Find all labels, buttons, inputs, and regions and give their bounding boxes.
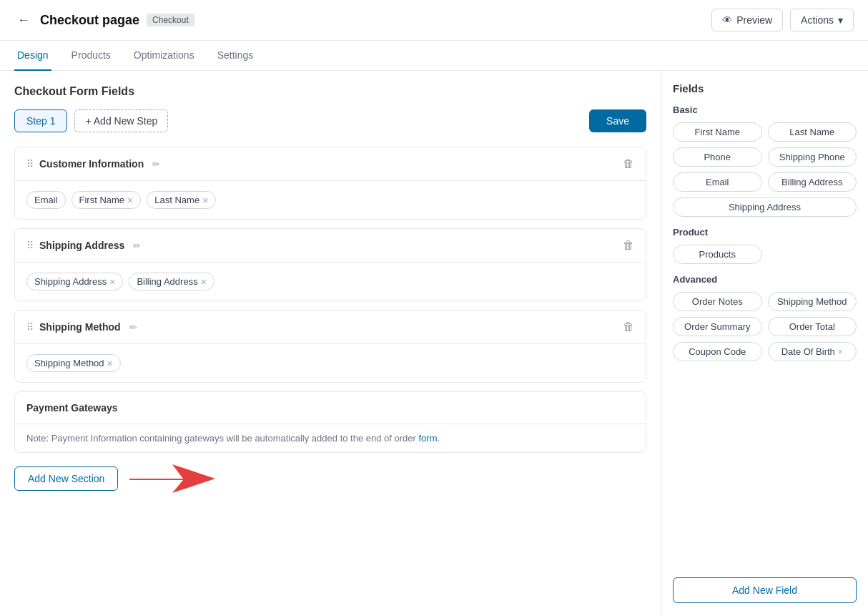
field-label: Shipping Address xyxy=(34,276,107,287)
field-tags: Shipping Method × xyxy=(26,354,634,372)
actions-button[interactable]: Actions ▾ xyxy=(790,9,854,31)
panel-title: Fields xyxy=(673,82,857,94)
shipping-method-header: ⠿ Shipping Method ✏ 🗑 xyxy=(15,311,646,344)
section-header-left: ⠿ Shipping Address ✏ xyxy=(26,240,141,251)
payment-link[interactable]: form. xyxy=(418,433,440,444)
shipping-address-body: Shipping Address × Billing Address × xyxy=(15,263,646,300)
payment-header: Payment Gateways xyxy=(15,392,646,424)
add-section-wrapper: Add New Section xyxy=(14,464,646,493)
field-chip-billingaddress[interactable]: Billing Address xyxy=(768,172,857,192)
remove-icon[interactable]: × xyxy=(109,277,115,287)
shipping-address-header: ⠿ Shipping Address ✏ 🗑 xyxy=(15,229,646,263)
chip-remove-icon[interactable]: × xyxy=(838,347,843,357)
tab-settings[interactable]: Settings xyxy=(214,41,257,71)
header: ← Checkout pagae Checkout 👁 Preview Acti… xyxy=(0,0,868,41)
field-label: Email xyxy=(34,195,58,205)
delete-icon[interactable]: 🗑 xyxy=(623,157,634,170)
payment-gateways-section: Payment Gateways Note: Payment Informati… xyxy=(14,391,646,453)
field-tags: Shipping Address × Billing Address × xyxy=(26,273,634,290)
field-chip-email[interactable]: Email xyxy=(673,172,762,192)
shipping-address-section: ⠿ Shipping Address ✏ 🗑 Shipping Address … xyxy=(14,228,646,301)
step-bar-left: Step 1 + Add New Step xyxy=(14,109,168,132)
tab-products[interactable]: Products xyxy=(69,41,114,71)
left-content: Checkout Form Fields Step 1 + Add New St… xyxy=(0,71,661,615)
section-header-left: ⠿ Shipping Method ✏ xyxy=(26,321,137,333)
product-group: Product Products xyxy=(673,227,857,264)
group-label-basic: Basic xyxy=(673,104,857,115)
step-bar: Step 1 + Add New Step Save xyxy=(14,109,646,132)
svg-marker-0 xyxy=(129,464,215,493)
page-badge: Checkout xyxy=(147,14,194,26)
customer-information-section: ⠿ Customer Information ✏ 🗑 Email First N… xyxy=(14,147,646,220)
arrow-indicator xyxy=(129,464,215,493)
tab-design[interactable]: Design xyxy=(14,41,51,71)
remove-icon[interactable]: × xyxy=(201,277,207,287)
remove-icon[interactable]: × xyxy=(107,358,113,368)
field-chip-ordersummary[interactable]: Order Summary xyxy=(673,317,762,336)
field-chip-firstname[interactable]: First Name xyxy=(673,122,762,142)
field-label: Shipping Method xyxy=(34,358,104,368)
step1-button[interactable]: Step 1 xyxy=(14,109,67,132)
customer-information-body: Email First Name × Last Name × xyxy=(15,181,646,219)
chip-label: Date Of Birth xyxy=(781,346,835,357)
payment-note: Note: Payment Information containing gat… xyxy=(15,424,646,452)
field-chip-dateofbirth[interactable]: Date Of Birth × xyxy=(768,342,857,361)
field-chip-shippingaddress[interactable]: Shipping Address xyxy=(673,197,857,217)
product-fields-grid: Products xyxy=(673,245,857,264)
add-field-button[interactable]: Add New Field xyxy=(673,577,857,603)
field-chip-shippingphone[interactable]: Shipping Phone xyxy=(768,147,857,167)
shipping-method-body: Shipping Method × xyxy=(15,344,646,382)
field-chip-lastname[interactable]: Last Name xyxy=(768,122,857,142)
customer-information-header: ⠿ Customer Information ✏ 🗑 xyxy=(15,147,646,181)
list-item: Billing Address × xyxy=(129,273,214,290)
basic-group: Basic First Name Last Name Phone Shippin… xyxy=(673,104,857,217)
field-chip-shippingmethod[interactable]: Shipping Method xyxy=(768,292,857,311)
delete-icon[interactable]: 🗑 xyxy=(623,321,634,333)
drag-icon: ⠿ xyxy=(26,158,34,170)
tab-optimizations[interactable]: Optimizations xyxy=(131,41,197,71)
add-section-button[interactable]: Add New Section xyxy=(14,466,118,491)
edit-icon[interactable]: ✏ xyxy=(129,322,137,333)
field-chip-phone[interactable]: Phone xyxy=(673,147,762,167)
group-label-product: Product xyxy=(673,227,857,238)
chevron-down-icon: ▾ xyxy=(838,14,843,26)
list-item: Email xyxy=(26,191,66,209)
section-name: Customer Information xyxy=(39,158,144,170)
list-item: Shipping Address × xyxy=(26,273,123,290)
list-item: Shipping Method × xyxy=(26,354,121,372)
form-title: Checkout Form Fields xyxy=(14,85,646,98)
edit-icon[interactable]: ✏ xyxy=(133,240,141,251)
field-tags: Email First Name × Last Name × xyxy=(26,191,634,209)
eye-icon: 👁 xyxy=(722,14,732,26)
save-button[interactable]: Save xyxy=(589,109,646,132)
field-label: First Name xyxy=(79,195,125,205)
drag-icon: ⠿ xyxy=(26,240,34,251)
section-name: Shipping Method xyxy=(39,321,121,333)
remove-icon[interactable]: × xyxy=(202,195,208,205)
main-layout: Checkout Form Fields Step 1 + Add New St… xyxy=(0,71,868,615)
advanced-group: Advanced Order Notes Shipping Method Ord… xyxy=(673,274,857,361)
preview-button[interactable]: 👁 Preview xyxy=(711,9,783,31)
edit-icon[interactable]: ✏ xyxy=(152,159,160,170)
field-label: Billing Address xyxy=(137,276,197,287)
remove-icon[interactable]: × xyxy=(127,195,133,205)
section-name: Shipping Address xyxy=(39,240,124,251)
list-item: Last Name × xyxy=(147,191,216,209)
field-chip-couponcode[interactable]: Coupon Code xyxy=(673,342,762,361)
back-button[interactable]: ← xyxy=(14,10,33,31)
list-item: First Name × xyxy=(71,191,142,209)
field-label: Last Name xyxy=(154,195,199,205)
group-label-advanced: Advanced xyxy=(673,274,857,285)
tab-bar: Design Products Optimizations Settings xyxy=(0,41,868,71)
field-chip-ordertotal[interactable]: Order Total xyxy=(768,317,857,336)
field-chip-ordernotes[interactable]: Order Notes xyxy=(673,292,762,311)
header-right: 👁 Preview Actions ▾ xyxy=(711,9,854,31)
right-panel: Fields Basic First Name Last Name Phone … xyxy=(661,71,868,615)
page-title: Checkout pagae xyxy=(40,13,139,28)
actions-label: Actions xyxy=(801,14,834,26)
shipping-method-section: ⠿ Shipping Method ✏ 🗑 Shipping Method × xyxy=(14,310,646,383)
preview-label: Preview xyxy=(736,14,772,26)
delete-icon[interactable]: 🗑 xyxy=(623,239,634,252)
add-step-button[interactable]: + Add New Step xyxy=(74,109,168,132)
field-chip-products[interactable]: Products xyxy=(673,245,762,264)
